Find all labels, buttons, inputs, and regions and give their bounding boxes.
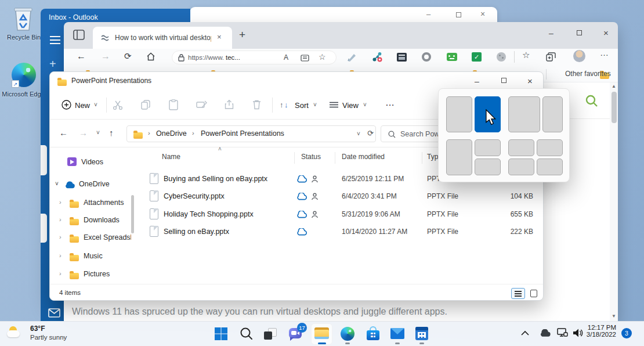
edge-close-button[interactable]: × xyxy=(603,28,609,37)
store-taskbar-button[interactable] xyxy=(367,326,379,341)
collapse-chevron-icon[interactable]: › xyxy=(59,233,61,240)
rename-icon[interactable] xyxy=(196,100,207,110)
nav-recent-chevron-icon[interactable]: ˅ xyxy=(96,129,100,136)
copy-icon[interactable] xyxy=(140,100,151,110)
maximize-button[interactable] xyxy=(456,12,461,17)
breadcrumb-current[interactable]: PowerPoint Presentations xyxy=(201,129,284,138)
home-icon[interactable] xyxy=(146,52,155,61)
forward-icon[interactable]: → xyxy=(101,51,110,62)
details-view-button[interactable] xyxy=(511,288,525,299)
sidebar-item-pictures[interactable]: › Pictures xyxy=(50,266,146,282)
scrollbar-thumb[interactable] xyxy=(612,92,617,123)
new-button[interactable]: New xyxy=(75,101,90,110)
extension-office-icon[interactable] xyxy=(422,52,431,62)
compose-plus-icon[interactable]: + xyxy=(49,57,56,71)
sidebar-item-music[interactable]: › Music xyxy=(50,248,146,264)
extension-pen-icon[interactable] xyxy=(347,53,357,62)
edge-taskbar-button[interactable] xyxy=(341,327,354,341)
address-chevron-icon[interactable]: ˅ xyxy=(357,131,360,137)
share-icon[interactable] xyxy=(224,99,234,110)
view-chevron-icon[interactable]: ˅ xyxy=(363,102,367,108)
file-row[interactable]: Holiday Tech Shopping.pptx 5/31/2019 9:0… xyxy=(146,206,541,223)
nav-up-icon[interactable]: ↑ xyxy=(109,128,114,138)
tab-actions-icon[interactable] xyxy=(73,30,85,40)
breadcrumb-bar[interactable]: › OneDrive › PowerPoint Presentations ˅ … xyxy=(126,125,376,142)
explorer-maximize-button[interactable] xyxy=(501,78,506,83)
weather-widget[interactable]: 63°F Partly sunny xyxy=(3,323,91,345)
snap-zone-top-right[interactable] xyxy=(537,139,563,156)
desktop-icon-recycle-bin[interactable]: Recycle Bin xyxy=(7,6,39,41)
snap-zone-bottom-right[interactable] xyxy=(537,158,563,175)
nav-forward-icon[interactable]: → xyxy=(79,128,88,138)
read-aloud-icon[interactable]: A xyxy=(284,53,288,62)
mail-icon[interactable] xyxy=(48,308,60,318)
browser-tab[interactable]: How to work with virtual desktop × xyxy=(93,27,232,49)
refresh-icon[interactable]: ⟳ xyxy=(124,51,132,62)
file-row[interactable]: Selling on eBay.pptx 10/14/2020 11:27 AM… xyxy=(146,223,541,240)
column-header-date-modified[interactable]: Date modified xyxy=(342,153,385,161)
notification-badge[interactable]: 3 xyxy=(621,328,632,338)
more-options-icon[interactable]: … xyxy=(385,98,395,108)
page-search-icon[interactable] xyxy=(585,94,599,108)
collapse-chevron-icon[interactable]: › xyxy=(59,199,61,206)
address-bar[interactable]: https://www. tec... A ☆ xyxy=(172,51,337,64)
close-button[interactable]: × xyxy=(480,10,485,18)
explorer-close-button[interactable]: × xyxy=(527,77,533,85)
snap-zone-top-left[interactable] xyxy=(508,139,534,156)
search-button[interactable] xyxy=(240,327,253,340)
hamburger-icon[interactable] xyxy=(50,36,60,37)
sort-button[interactable]: Sort xyxy=(295,101,309,110)
sort-chevron-icon[interactable]: ˅ xyxy=(313,102,317,108)
breadcrumb-onedrive[interactable]: OneDrive xyxy=(156,129,187,138)
mail-taskbar-button[interactable] xyxy=(390,328,404,339)
network-tray-icon[interactable] xyxy=(557,328,568,338)
column-header-name[interactable]: Name xyxy=(162,153,180,161)
large-icons-view-button[interactable] xyxy=(528,288,540,299)
column-header-status[interactable]: Status xyxy=(301,153,321,161)
file-explorer-taskbar-button[interactable] xyxy=(314,327,329,340)
snap-zone-left[interactable] xyxy=(446,139,472,175)
calendar-taskbar-button[interactable] xyxy=(415,327,428,340)
edge-maximize-button[interactable] xyxy=(577,30,582,35)
delete-icon[interactable] xyxy=(252,99,262,110)
scroll-up-icon[interactable]: ▲ xyxy=(612,84,616,89)
explorer-minimize-button[interactable]: – xyxy=(475,77,479,85)
collapse-chevron-icon[interactable]: › xyxy=(59,270,61,277)
extension-molecule-icon[interactable] xyxy=(372,52,383,63)
nav-back-icon[interactable]: ← xyxy=(59,128,68,138)
clock[interactable]: 12:17 PM 3/18/2022 xyxy=(580,324,616,344)
snap-zone-bottom-left[interactable] xyxy=(508,158,534,175)
minimize-button[interactable]: – xyxy=(426,10,430,18)
edge-more-icon[interactable]: … xyxy=(600,48,609,57)
extension-roboform-icon[interactable] xyxy=(447,53,457,61)
sidebar-item-videos[interactable]: Videos xyxy=(50,154,146,170)
extension-dark-icon[interactable] xyxy=(397,53,407,62)
snap-zone-left[interactable] xyxy=(446,96,472,132)
profile-avatar[interactable] xyxy=(573,50,585,62)
expand-chevron-icon[interactable]: ˅ xyxy=(55,181,59,187)
sidebar-item-onedrive[interactable]: ˅ OneDrive xyxy=(50,176,146,192)
paste-icon[interactable] xyxy=(168,99,179,110)
other-favorites-label[interactable]: Other favorites xyxy=(565,70,611,78)
onedrive-tray-icon[interactable] xyxy=(538,329,551,337)
task-view-button[interactable] xyxy=(264,327,277,340)
extension-check-icon[interactable]: ✓ xyxy=(472,52,482,62)
sidebar-scrollbar[interactable] xyxy=(131,195,134,233)
add-favorite-star-icon[interactable]: ☆ xyxy=(319,52,326,62)
tray-chevron-up-icon[interactable] xyxy=(521,330,529,336)
new-chevron-icon[interactable]: ˅ xyxy=(94,102,97,108)
new-tab-button[interactable]: + xyxy=(239,28,245,41)
snap-zone-right[interactable] xyxy=(542,96,563,132)
start-button[interactable] xyxy=(214,327,228,341)
favorites-hub-icon[interactable]: ☆ xyxy=(522,50,530,60)
collapse-chevron-icon[interactable]: › xyxy=(59,216,61,223)
collapse-chevron-icon[interactable]: › xyxy=(59,252,61,259)
snap-zone-top-right[interactable] xyxy=(475,139,501,156)
address-refresh-icon[interactable]: ⟳ xyxy=(367,129,374,138)
extension-cookie-icon[interactable] xyxy=(497,52,506,62)
edge-minimize-button[interactable]: – xyxy=(549,29,553,37)
tab-close-icon[interactable]: × xyxy=(217,33,222,41)
file-row[interactable]: CyberSecurity.pptx 6/4/2020 3:41 PM PPTX… xyxy=(146,188,541,205)
scroll-down-icon[interactable]: ▼ xyxy=(612,313,616,319)
cut-icon[interactable] xyxy=(113,100,124,110)
